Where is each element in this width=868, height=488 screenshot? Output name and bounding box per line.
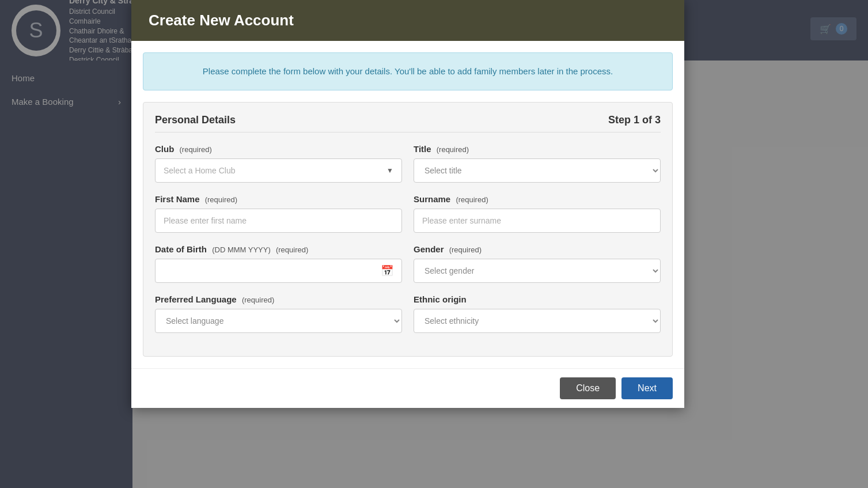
form-row-name: First Name (required) Surname (required) xyxy=(155,194,661,233)
ethnic-select[interactable]: Select ethnicity White Asian Black Mixed… xyxy=(414,309,661,333)
gender-label: Gender (required) xyxy=(414,244,661,254)
form-group-dob: Date of Birth (DD MMM YYYY) (required) 📅 xyxy=(155,244,402,283)
step-indicator: Step 1 of 3 xyxy=(608,114,661,126)
calendar-icon: 📅 xyxy=(381,264,393,277)
form-section-header: Personal Details Step 1 of 3 xyxy=(155,114,661,133)
dob-input[interactable]: 📅 xyxy=(155,259,402,283)
title-select[interactable]: Select title Mr Mrs Miss Ms Dr Prof xyxy=(414,158,661,183)
modal: Create New Account Please complete the f… xyxy=(131,0,684,408)
language-select[interactable]: Select language English Irish Other xyxy=(155,309,402,333)
form-group-ethnic: Ethnic origin Select ethnicity White Asi… xyxy=(414,294,661,333)
close-button[interactable]: Close xyxy=(560,377,616,399)
form-group-title: Title (required) Select title Mr Mrs Mis… xyxy=(414,144,661,183)
info-banner: Please complete the form below with your… xyxy=(143,52,673,90)
club-arrow-icon: ▼ xyxy=(386,167,393,175)
firstname-label: First Name (required) xyxy=(155,194,402,204)
section-title: Personal Details xyxy=(155,114,236,126)
surname-input[interactable] xyxy=(414,209,661,233)
club-placeholder: Select a Home Club xyxy=(164,166,236,175)
language-label: Preferred Language (required) xyxy=(155,294,402,304)
form-row-lang-ethnic: Preferred Language (required) Select lan… xyxy=(155,294,661,333)
modal-body[interactable]: Please complete the form below with your… xyxy=(131,41,684,368)
ethnic-label: Ethnic origin xyxy=(414,294,661,304)
club-dropdown[interactable]: Select a Home Club ▼ xyxy=(155,158,402,183)
next-button[interactable]: Next xyxy=(621,377,673,399)
modal-footer: Close Next xyxy=(131,368,684,408)
modal-header: Create New Account xyxy=(131,0,684,41)
form-group-gender: Gender (required) Select gender Male Fem… xyxy=(414,244,661,283)
form-group-language: Preferred Language (required) Select lan… xyxy=(155,294,402,333)
surname-label: Surname (required) xyxy=(414,194,661,204)
form-group-surname: Surname (required) xyxy=(414,194,661,233)
form-row-club-title: Club (required) Select a Home Club ▼ Tit… xyxy=(155,144,661,183)
gender-select[interactable]: Select gender Male Female Non-binary Pre… xyxy=(414,259,661,283)
form-group-club: Club (required) Select a Home Club ▼ xyxy=(155,144,402,183)
title-label: Title (required) xyxy=(414,144,661,154)
form-section: Personal Details Step 1 of 3 Club (requi… xyxy=(143,102,673,357)
dob-label: Date of Birth (DD MMM YYYY) (required) xyxy=(155,244,402,254)
club-label: Club (required) xyxy=(155,144,402,154)
modal-overlay: Create New Account Please complete the f… xyxy=(0,0,868,488)
form-group-firstname: First Name (required) xyxy=(155,194,402,233)
firstname-input[interactable] xyxy=(155,209,402,233)
form-row-dob-gender: Date of Birth (DD MMM YYYY) (required) 📅… xyxy=(155,244,661,283)
modal-title: Create New Account xyxy=(149,12,667,29)
